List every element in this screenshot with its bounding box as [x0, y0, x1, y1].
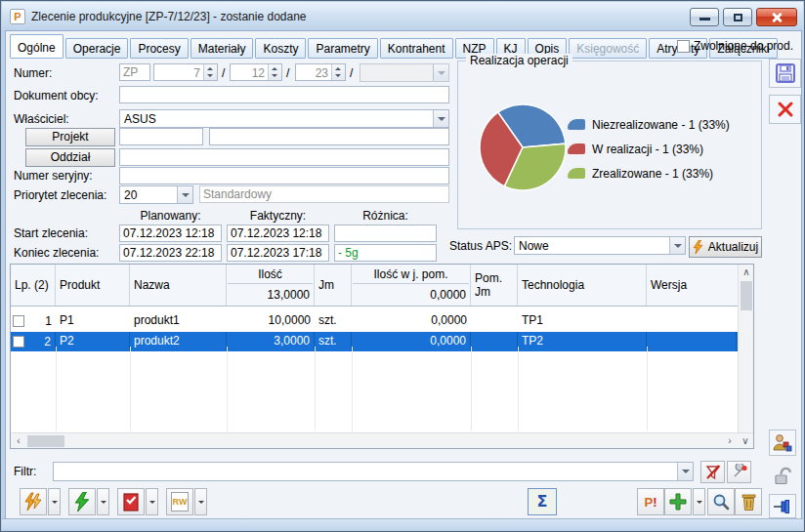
legend-swatch-red-icon	[568, 143, 585, 154]
col-header-ilosc-j-pom[interactable]: Ilość w j. pom. 0,0000	[352, 265, 471, 306]
tab-procesy[interactable]: Procesy	[130, 38, 188, 59]
oddzial-button[interactable]: Oddział	[25, 148, 115, 167]
spinner-arrows-icon[interactable]	[203, 64, 217, 80]
legend-label: Zrealizowane - 1 (33%)	[592, 167, 713, 181]
tab-kontrahent[interactable]: Kontrahent	[380, 38, 453, 59]
released-to-production-checkbox[interactable]	[677, 40, 690, 53]
horizontal-scrollbar[interactable]: ‹ ›	[11, 432, 738, 448]
koniec-faktyczny-field[interactable]	[227, 244, 329, 262]
pin-button[interactable]	[769, 494, 796, 518]
projekt-code-field[interactable]	[119, 128, 203, 145]
planowany-header: Planowany:	[119, 209, 222, 223]
scroll-right-icon[interactable]: ›	[722, 433, 738, 449]
cell-pom-jm	[471, 311, 518, 331]
save-button[interactable]	[769, 59, 801, 88]
start-faktyczny-field[interactable]	[227, 225, 329, 242]
chevron-down-icon[interactable]	[677, 463, 693, 480]
aktualizuj-button[interactable]: Aktualizuj	[689, 236, 762, 258]
col-header-wersja[interactable]: Wersja	[647, 265, 737, 306]
start-roznica-field	[334, 225, 437, 242]
koniec-planowany-field[interactable]	[119, 244, 222, 262]
numer-seryjny-field[interactable]	[119, 167, 449, 184]
rw-document-button[interactable]: RW	[166, 488, 193, 515]
cell-nazwa: produkt2	[130, 332, 227, 351]
run-operation-dropdown[interactable]	[97, 488, 109, 515]
preview-item-button[interactable]	[707, 488, 735, 515]
start-planowany-field[interactable]	[119, 225, 222, 242]
numer-separator: /	[350, 66, 353, 80]
titlebar[interactable]: P Zlecenie produkcyjne [ZP-7/12/23] - zo…	[2, 2, 803, 30]
priorytet-combobox[interactable]: 20	[119, 185, 193, 204]
tab-ksiegowosc: Księgowość	[569, 38, 647, 59]
numer-separator: /	[222, 66, 225, 80]
status-aps-combobox[interactable]: Nowe	[514, 236, 686, 255]
p-alert-icon: P!	[644, 495, 657, 510]
operator-person-icon	[772, 432, 793, 454]
minimize-button[interactable]	[690, 8, 719, 26]
dokument-obcy-field[interactable]	[119, 86, 449, 103]
tab-ogolne[interactable]: Ogólne	[10, 34, 64, 59]
numer-label: Numer:	[14, 66, 52, 80]
col-header-lp[interactable]: Lp. (2)	[11, 265, 56, 306]
sum-button[interactable]: Σ	[528, 488, 557, 515]
spinner-arrows-icon[interactable]	[268, 64, 281, 80]
process-order-dropdown[interactable]	[48, 488, 61, 515]
scroll-up-icon[interactable]: ∧	[739, 265, 754, 280]
close-button[interactable]	[756, 8, 797, 26]
spinner-arrows-icon[interactable]	[331, 64, 345, 80]
tab-operacje[interactable]: Operacje	[65, 38, 129, 59]
row-checkbox[interactable]	[13, 336, 24, 348]
tab-koszty[interactable]: Koszty	[255, 38, 306, 59]
product-alert-button[interactable]: P!	[637, 488, 664, 515]
clear-filter-button[interactable]	[700, 461, 725, 483]
col-header-technologia[interactable]: Technologia	[518, 265, 647, 306]
chevron-down-icon[interactable]	[177, 186, 192, 203]
process-order-button[interactable]	[20, 488, 47, 515]
chevron-down-icon[interactable]	[669, 237, 685, 254]
col-header-pom-jm[interactable]: Pom. Jm	[471, 265, 518, 306]
restore-button[interactable]	[723, 8, 752, 26]
filter-combobox[interactable]	[53, 462, 694, 481]
oddzial-field[interactable]	[119, 148, 449, 166]
cell-ilosc: 3,0000	[227, 332, 315, 351]
tab-materialy[interactable]: Materiały	[191, 38, 254, 59]
numer-part2-spinner[interactable]: 12	[230, 63, 282, 81]
confirm-button[interactable]	[117, 488, 145, 515]
col-header-nazwa[interactable]: Nazwa	[130, 265, 227, 306]
filter-builder-button[interactable]	[727, 461, 751, 483]
horizontal-scroll-thumb[interactable]	[27, 435, 64, 447]
koniec-zlecenia-label: Koniec zlecenia:	[14, 246, 99, 260]
table-row[interactable]: 1 P1 produkt1 10,0000 szt. 0,0000 TP1	[11, 311, 738, 331]
released-to-production-checkbox-group: Zwolnione do prod.	[677, 39, 793, 53]
numer-part1-spinner[interactable]: 7	[153, 63, 218, 81]
col-header-jm[interactable]: Jm	[315, 265, 352, 306]
scroll-left-icon[interactable]: ‹	[11, 433, 26, 449]
projekt-name-field[interactable]	[209, 128, 449, 145]
numer-prefix-field[interactable]	[119, 63, 150, 81]
add-item-button[interactable]	[664, 488, 692, 515]
col-header-produkt[interactable]: Produkt	[56, 265, 130, 306]
trash-icon	[741, 493, 757, 512]
rw-document-dropdown[interactable]	[194, 488, 207, 515]
cancel-button[interactable]	[769, 95, 801, 124]
tab-parametry[interactable]: Parametry	[308, 38, 377, 59]
col-header-ilosc[interactable]: Ilość 13,0000	[227, 265, 315, 306]
projekt-button[interactable]: Projekt	[25, 128, 115, 146]
delete-item-button[interactable]	[735, 488, 762, 515]
cell-produkt: P1	[56, 311, 130, 331]
table-row-selected[interactable]: 2 P2 produkt2 3,0000 szt. 0,0000 TP2	[11, 332, 738, 351]
chevron-down-icon[interactable]	[433, 110, 448, 127]
row-checkbox[interactable]	[13, 315, 24, 327]
run-operation-button[interactable]	[68, 488, 96, 515]
cell-pom-jm	[471, 332, 518, 351]
operator-button[interactable]	[769, 430, 796, 456]
add-item-dropdown[interactable]	[693, 488, 705, 515]
scroll-down-corner[interactable]: ∨	[738, 432, 753, 448]
legend-item: Zrealizowane - 1 (33%)	[568, 161, 730, 185]
confirm-dropdown[interactable]	[146, 488, 158, 515]
roznica-header: Różnica:	[334, 209, 437, 223]
vertical-scrollbar[interactable]: ∧	[738, 265, 753, 432]
wlasciciel-combobox[interactable]: ASUS	[119, 109, 449, 128]
vertical-scroll-thumb[interactable]	[741, 281, 752, 310]
numer-part3-spinner[interactable]: 23	[295, 63, 346, 81]
